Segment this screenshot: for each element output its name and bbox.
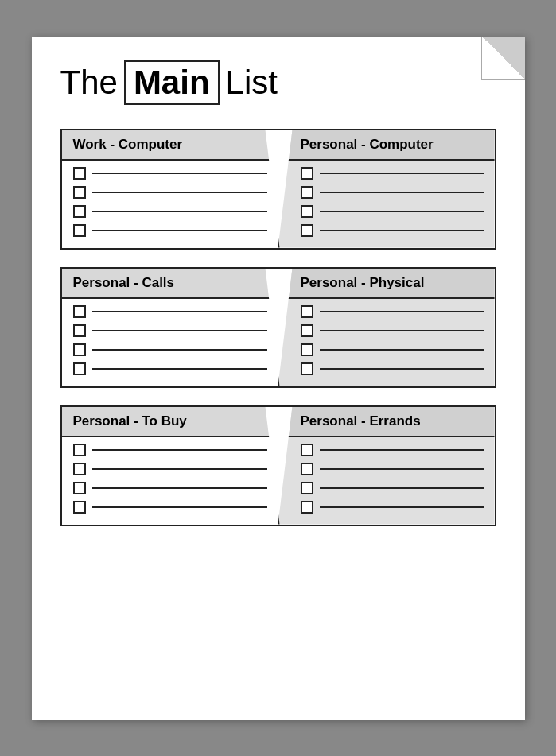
checkbox-line <box>320 330 484 331</box>
checkbox[interactable] <box>73 343 86 356</box>
checkbox-line <box>92 311 267 312</box>
list-item <box>301 482 484 494</box>
checkbox[interactable] <box>301 501 313 514</box>
checkbox[interactable] <box>73 186 86 199</box>
checkbox[interactable] <box>301 482 313 494</box>
personal-calls-header: Personal - Calls <box>62 269 278 299</box>
checkbox-line <box>92 506 267 508</box>
list-item <box>301 224 484 237</box>
personal-physical-header: Personal - Physical <box>278 269 495 299</box>
checkbox[interactable] <box>73 463 86 475</box>
checkbox-line <box>92 192 267 193</box>
checkbox-line <box>320 192 484 193</box>
checkbox-line <box>92 468 267 470</box>
checkbox-line <box>92 211 267 212</box>
checkbox[interactable] <box>73 482 86 494</box>
checkbox-line <box>320 230 484 231</box>
checkbox-line <box>92 349 267 351</box>
title-after: List <box>226 64 278 102</box>
checkbox[interactable] <box>301 324 313 337</box>
checkbox-line <box>92 449 267 451</box>
checkbox-line <box>92 487 267 489</box>
list-item <box>301 362 484 375</box>
checkbox-line <box>320 173 484 174</box>
checkbox[interactable] <box>301 305 313 318</box>
checkbox[interactable] <box>73 362 86 375</box>
checkbox[interactable] <box>73 167 86 180</box>
checkbox-line <box>320 449 484 451</box>
checkbox[interactable] <box>73 324 86 337</box>
checkbox[interactable] <box>73 444 86 456</box>
list-item <box>73 167 267 180</box>
checkbox[interactable] <box>301 205 313 218</box>
list-item <box>73 305 267 318</box>
personal-computer-header: Personal - Computer <box>278 130 495 161</box>
checkbox-line <box>320 349 484 351</box>
list-item <box>73 463 267 475</box>
list-item <box>73 501 267 514</box>
title-before: The <box>60 64 118 102</box>
checkbox[interactable] <box>73 305 86 318</box>
list-item <box>301 305 484 318</box>
page-title: The Main List <box>60 60 496 105</box>
list-item <box>73 224 267 237</box>
personal-calls-panel: Personal - Calls <box>62 269 280 386</box>
list-item <box>73 186 267 199</box>
checkbox-line <box>92 230 267 231</box>
checkbox-line <box>92 173 267 174</box>
section-row-1: Work - Computer Personal - Computer <box>60 129 496 250</box>
list-item <box>301 444 484 456</box>
personal-calls-body <box>62 299 278 386</box>
work-computer-panel: Work - Computer <box>62 130 280 248</box>
checkbox[interactable] <box>73 501 86 514</box>
personal-errands-body <box>278 437 495 525</box>
title-main-word: Main <box>124 60 220 105</box>
list-item <box>73 362 267 375</box>
section-row-2: Personal - Calls Personal - Physical <box>60 267 496 388</box>
personal-computer-body <box>278 161 495 248</box>
checkbox[interactable] <box>301 444 313 456</box>
list-item <box>301 343 484 356</box>
list-item <box>73 482 267 494</box>
checkbox-line <box>92 368 267 370</box>
checkbox[interactable] <box>301 343 313 356</box>
personal-physical-body <box>278 299 495 386</box>
personal-tobuy-header: Personal - To Buy <box>62 407 278 437</box>
list-item <box>301 463 484 475</box>
list-item <box>73 444 267 456</box>
checkbox-line <box>320 311 484 312</box>
checkbox[interactable] <box>73 224 86 237</box>
list-item <box>73 205 267 218</box>
personal-tobuy-body <box>62 437 278 525</box>
checkbox[interactable] <box>301 463 313 475</box>
checkbox[interactable] <box>73 205 86 218</box>
sections-grid: Work - Computer Personal - Computer <box>60 129 496 526</box>
list-item <box>301 205 484 218</box>
personal-tobuy-panel: Personal - To Buy <box>62 407 280 525</box>
checkbox[interactable] <box>301 362 313 375</box>
main-page: The Main List Work - Computer Personal -… <box>32 37 525 720</box>
personal-errands-panel: Personal - Errands <box>278 407 495 525</box>
checkbox-line <box>92 330 267 331</box>
list-item <box>73 343 267 356</box>
checkbox-line <box>320 211 484 212</box>
checkbox-line <box>320 487 484 489</box>
checkbox[interactable] <box>301 186 313 199</box>
list-item <box>301 501 484 514</box>
checkbox[interactable] <box>301 167 313 180</box>
list-item <box>301 167 484 180</box>
personal-errands-header: Personal - Errands <box>278 407 495 437</box>
personal-physical-panel: Personal - Physical <box>278 269 495 386</box>
work-computer-body <box>62 161 278 248</box>
list-item <box>301 186 484 199</box>
list-item <box>301 324 484 337</box>
section-row-3: Personal - To Buy Personal - Errands <box>60 405 496 526</box>
checkbox-line <box>320 368 484 370</box>
list-item <box>73 324 267 337</box>
checkbox-line <box>320 468 484 470</box>
checkbox-line <box>320 506 484 508</box>
personal-computer-panel: Personal - Computer <box>278 130 495 248</box>
work-computer-header: Work - Computer <box>62 130 278 161</box>
checkbox[interactable] <box>301 224 313 237</box>
